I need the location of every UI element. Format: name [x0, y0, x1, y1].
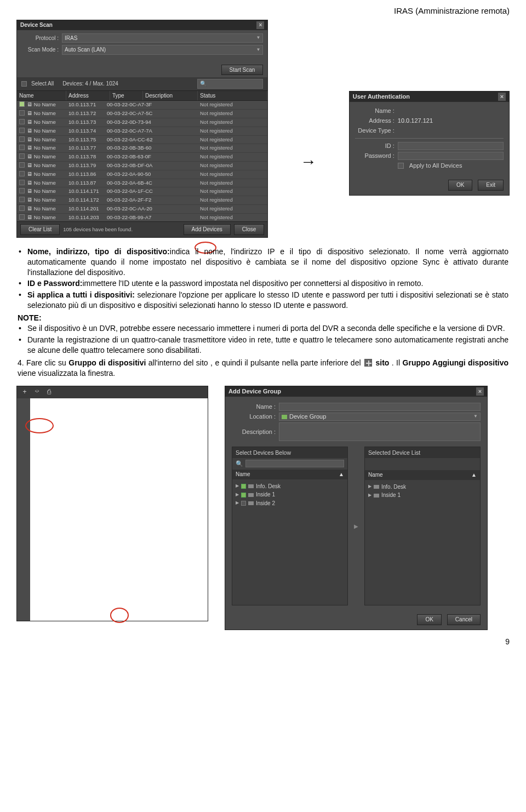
note-dvr: Se il dispositivo è un DVR, potrebbe ess…	[27, 323, 508, 334]
ag-ok-button[interactable]: OK	[417, 614, 441, 625]
list-item[interactable]: ▶Inside 1	[368, 491, 477, 499]
ag-desc-label: Description :	[232, 428, 276, 436]
sort-icon[interactable]: ▲	[471, 471, 477, 479]
ag-name-input[interactable]	[279, 403, 481, 411]
site-panel: + ⌔ ⎙	[16, 386, 208, 621]
note-label: NOTE:	[18, 313, 508, 323]
table-row[interactable]: 🖥 No Name10.0.113.7200-03-22-0C-A7-5CNot…	[17, 110, 267, 118]
add-devices-button[interactable]: Add Devices	[184, 224, 231, 235]
table-row[interactable]: 🖥 No Name10.0.113.7900-03-22-0B-DF-0ANot…	[17, 162, 267, 170]
table-row[interactable]: 🖥 No Name10.0.114.20100-03-22-0C-AA-20No…	[17, 205, 267, 214]
ag-search-input[interactable]	[245, 460, 344, 467]
ua-address-value: 10.0.127.121	[398, 117, 433, 125]
ua-devtype-label: Device Type :	[355, 127, 395, 135]
arrow-right-icon: →	[279, 151, 338, 173]
search-icon: 🔍	[236, 460, 243, 468]
list-item[interactable]: ▶Inside 1	[236, 491, 344, 499]
search-icon: 🔍	[200, 80, 207, 88]
close-button[interactable]: Close	[234, 224, 265, 235]
footer-status: 105 devices have been found.	[63, 226, 133, 233]
table-row[interactable]: 🖥 No Name10.0.113.8700-03-22-0A-6B-4CNot…	[17, 179, 267, 188]
bullet-id-password: ID e Password:immettere l'ID utente e la…	[27, 278, 508, 289]
devices-summary: Devices: 4 / Max. 1024	[62, 80, 118, 88]
ag-location-value: Device Group	[289, 413, 326, 421]
list-item[interactable]: ▶Info. Desk	[236, 483, 344, 490]
table-row[interactable]: 🖥 No Name10.0.114.17100-03-22-0A-1F-CCNo…	[17, 187, 267, 196]
clear-list-button[interactable]: Clear List	[20, 224, 60, 235]
table-row[interactable]: 🖥 No Name10.0.113.7300-03-22-0D-73-94Not…	[17, 118, 267, 127]
ag-location-label: Location :	[232, 413, 276, 421]
table-row[interactable]: 🖥 No Name10.0.114.17200-03-22-0A-2F-F2No…	[17, 196, 267, 205]
device-table-body: 🖥 No Name10.0.113.7100-03-22-0C-A7-3FNot…	[17, 101, 267, 221]
ag-name-label: Name :	[232, 403, 276, 411]
chevron-down-icon: ▼	[256, 35, 260, 41]
select-devices-panel: Select Devices Below 🔍 Name▲ ▶Info. Desk…	[232, 447, 348, 605]
scanmode-value: Auto Scan (LAN)	[65, 46, 106, 54]
folder-icon	[282, 415, 287, 419]
table-row[interactable]: 🖥 No Name10.0.114.20300-03-22-0B-99-A7No…	[17, 214, 267, 221]
ag-location-select[interactable]: Device Group ▼	[279, 413, 481, 421]
close-icon[interactable]: ×	[256, 21, 264, 29]
user-auth-dialog: User Authentication × Name : Address :10…	[349, 91, 510, 196]
table-row[interactable]: 🖥 No Name10.0.113.8600-03-22-0A-90-50Not…	[17, 170, 267, 179]
wifi-icon[interactable]: ⌔	[32, 387, 41, 396]
chevron-down-icon: ▼	[256, 47, 260, 53]
add-device-group-dialog: Add Device Group × Name : Location : Dev…	[225, 386, 488, 630]
device-scan-dialog: Device Scan × Protocol : IRAS ▼ Scan Mod…	[16, 20, 268, 238]
sort-icon[interactable]: ▲	[339, 471, 344, 478]
protocol-value: IRAS	[65, 35, 77, 42]
apply-all-checkbox[interactable]	[398, 163, 404, 169]
site-toolbar: + ⌔ ⎙	[17, 386, 208, 398]
start-scan-button[interactable]: Start Scan	[221, 65, 264, 76]
note-quad: Durante la registrazione di un quattro-c…	[27, 335, 508, 356]
ua-name-label: Name :	[355, 107, 395, 115]
print-icon[interactable]: ⎙	[44, 387, 53, 396]
list-item[interactable]: ▶Info. Desk	[368, 483, 477, 491]
ua-exit-button[interactable]: Exit	[478, 180, 504, 191]
plus-icon	[364, 359, 372, 367]
ua-id-label: ID :	[355, 142, 395, 150]
chevron-down-icon: ▼	[473, 414, 478, 420]
select-all-label: Select All	[31, 80, 54, 88]
ua-ok-button[interactable]: OK	[448, 180, 472, 191]
page-header: IRAS (Amministrazione remota)	[16, 5, 510, 16]
close-icon[interactable]: ×	[498, 93, 506, 101]
table-row[interactable]: 🖥 No Name10.0.113.7700-03-22-0B-3B-60Not…	[17, 144, 267, 153]
step-4: 4. Fare clic su Gruppo di dispositivi al…	[18, 358, 508, 379]
scanmode-select[interactable]: Auto Scan (LAN) ▼	[62, 45, 263, 55]
device-scan-title: Device Scan	[20, 21, 53, 29]
search-input[interactable]: 🔍	[197, 79, 263, 89]
apply-all-label: Apply to All Devices	[409, 162, 462, 170]
ag-title: Add Device Group	[228, 387, 281, 396]
ua-id-input[interactable]	[398, 142, 504, 150]
table-row[interactable]: 🖥 No Name10.0.113.7100-03-22-0C-A7-3FNot…	[17, 101, 267, 110]
ua-pw-input[interactable]	[398, 152, 504, 160]
table-row[interactable]: 🖥 No Name10.0.113.7500-03-22-0A-CC-62Not…	[17, 136, 267, 145]
close-icon[interactable]: ×	[476, 387, 484, 396]
ua-address-label: Address :	[355, 117, 395, 125]
move-right-icon[interactable]: ▶	[354, 523, 358, 530]
table-row[interactable]: 🖥 No Name10.0.113.7800-03-22-0B-63-0FNot…	[17, 153, 267, 162]
bullet-nome: Nome, indirizzo, tipo di dispositivo:ind…	[27, 247, 508, 278]
protocol-select[interactable]: IRAS ▼	[62, 33, 263, 43]
select-all-checkbox[interactable]	[21, 81, 27, 87]
ua-pw-label: Password :	[355, 152, 395, 160]
add-icon[interactable]: +	[20, 387, 29, 396]
bullet-apply-all: Si applica a tutti i dispositivi: selezi…	[27, 290, 508, 311]
page-number: 9	[16, 637, 510, 647]
list-item[interactable]: ▶Inside 2	[236, 500, 344, 507]
ag-desc-input[interactable]	[279, 422, 481, 441]
device-table-header: Name Address Type Description Status	[17, 90, 267, 101]
selected-list-panel: Selected Device List Name▲ ▶Info. Desk▶I…	[364, 447, 481, 605]
scanmode-label: Scan Mode :	[21, 46, 59, 54]
ag-cancel-button[interactable]: Cancel	[447, 614, 481, 625]
user-auth-title: User Authentication	[353, 93, 410, 101]
table-row[interactable]: 🖥 No Name10.0.113.7400-03-22-0C-A7-7ANot…	[17, 127, 267, 136]
protocol-label: Protocol :	[21, 35, 59, 42]
